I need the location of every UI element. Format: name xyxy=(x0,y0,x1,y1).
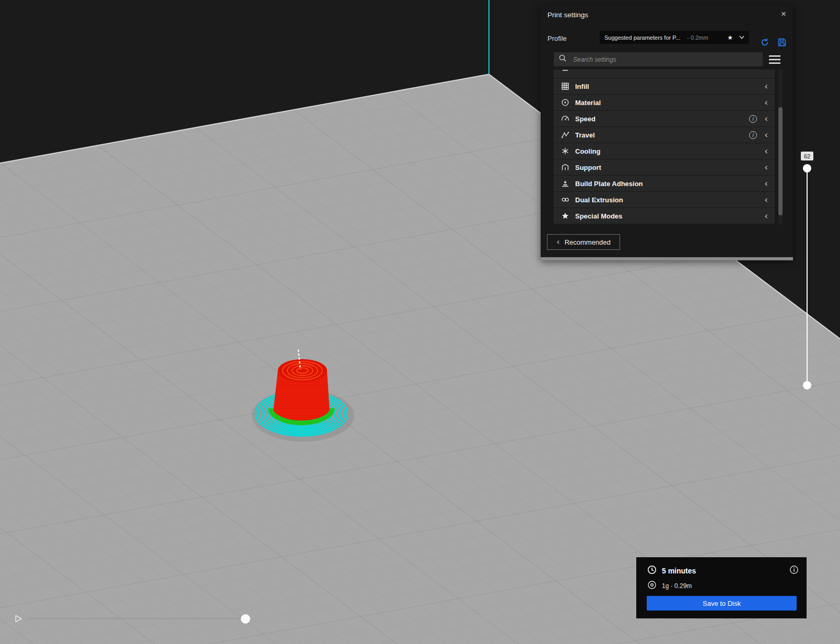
category-label: Material xyxy=(575,99,601,107)
search-settings-field[interactable] xyxy=(554,52,763,66)
category-label: Speed xyxy=(575,115,596,123)
chevron-left-icon: ‹ xyxy=(764,212,768,220)
chevron-left-icon: ‹ xyxy=(764,196,768,203)
info-icon[interactable]: i xyxy=(749,131,757,139)
chevron-left-icon: ‹ xyxy=(764,99,768,106)
print-settings-panel: Print settings × Profile Suggested param… xyxy=(541,5,793,260)
profile-variant: - 0.2mm xyxy=(687,34,708,41)
category-row-dual-extrusion[interactable]: Dual Extrusion ‹ xyxy=(554,192,775,208)
search-input[interactable] xyxy=(572,55,758,64)
category-row-travel[interactable]: Travel i ‹ xyxy=(554,127,775,143)
settings-scrollbar[interactable] xyxy=(778,70,783,224)
category-row-build-plate-adhesion[interactable]: Build Plate Adhesion ‹ xyxy=(554,176,775,191)
save-profile-icon[interactable] xyxy=(777,38,787,47)
profile-value: Suggested parameters for P... xyxy=(604,34,680,41)
recommended-button[interactable]: ‹ Recommended xyxy=(547,234,620,250)
reset-profile-icon[interactable] xyxy=(760,38,769,47)
category-label: Support xyxy=(575,164,601,171)
profile-dropdown[interactable]: Suggested parameters for P... - 0.2mm ★ xyxy=(600,31,749,44)
panel-resize-handle[interactable] xyxy=(541,257,793,260)
category-row-partial[interactable] xyxy=(554,70,775,78)
star-icon: ★ xyxy=(727,34,733,41)
chevron-left-icon: ‹ xyxy=(764,180,768,187)
chevron-down-icon xyxy=(739,36,744,39)
cooling-icon xyxy=(561,147,569,155)
category-label: Build Plate Adhesion xyxy=(575,180,643,188)
chevron-left-icon: ‹ xyxy=(764,131,768,139)
layer-slider-lower-handle[interactable] xyxy=(803,381,811,389)
category-label: Cooling xyxy=(575,147,600,155)
simulation-timeline-track[interactable] xyxy=(29,618,250,619)
category-row-cooling[interactable]: Cooling ‹ xyxy=(554,143,775,159)
settings-menu-icon[interactable] xyxy=(768,55,781,64)
category-row-special-modes[interactable]: Special Modes ‹ xyxy=(554,208,775,224)
clock-icon xyxy=(647,565,657,577)
recommended-label: Recommended xyxy=(565,238,611,246)
category-label: Travel xyxy=(575,131,595,139)
simulation-timeline-handle[interactable] xyxy=(241,614,250,624)
search-icon xyxy=(558,54,567,65)
material-usage: 1g · 0.29m xyxy=(662,582,692,590)
settings-category-list: Infill ‹ Material ‹ xyxy=(554,70,775,224)
layer-number-badge: 62 xyxy=(801,152,813,160)
cura-preview-window: Print settings × Profile Suggested param… xyxy=(0,0,840,644)
play-icon[interactable] xyxy=(14,614,24,624)
category-row-material[interactable]: Material ‹ xyxy=(554,95,775,110)
category-label: Special Modes xyxy=(575,212,622,220)
category-label: Infill xyxy=(575,83,589,90)
travel-icon xyxy=(561,131,569,139)
category-row-speed[interactable]: Speed i ‹ xyxy=(554,111,775,126)
print-time: 5 minutes xyxy=(662,567,696,575)
category-row-support[interactable]: Support ‹ xyxy=(554,159,775,175)
chevron-left-icon: ‹ xyxy=(764,115,768,122)
category-label: Dual Extrusion xyxy=(575,196,623,204)
material-icon xyxy=(561,98,569,107)
profile-label: Profile xyxy=(547,34,567,42)
dual-extrusion-icon xyxy=(561,196,569,204)
close-icon[interactable]: × xyxy=(778,9,789,19)
special-modes-icon xyxy=(561,212,569,220)
build-plate-adhesion-icon xyxy=(561,179,569,188)
panel-title: Print settings xyxy=(547,11,588,19)
material-spool-icon xyxy=(647,580,657,592)
category-row-infill[interactable]: Infill ‹ xyxy=(554,78,775,94)
info-icon[interactable] xyxy=(789,565,799,574)
layer-slider-track[interactable] xyxy=(807,168,808,385)
save-to-disk-button[interactable]: Save to Disk xyxy=(647,596,797,611)
clipped-icon xyxy=(561,70,569,75)
speed-icon xyxy=(561,114,569,123)
info-icon[interactable]: i xyxy=(749,115,757,123)
chevron-left-icon: ‹ xyxy=(556,238,559,246)
settings-scrollbar-thumb[interactable] xyxy=(778,107,783,215)
infill-icon xyxy=(561,82,569,90)
support-icon xyxy=(561,163,569,171)
job-summary-box: 5 minutes 1g · 0.29m Save to Disk xyxy=(636,557,807,618)
layer-slider-upper-handle[interactable] xyxy=(803,164,811,172)
chevron-left-icon: ‹ xyxy=(764,83,768,90)
chevron-left-icon: ‹ xyxy=(764,147,768,155)
chevron-left-icon: ‹ xyxy=(764,164,768,171)
